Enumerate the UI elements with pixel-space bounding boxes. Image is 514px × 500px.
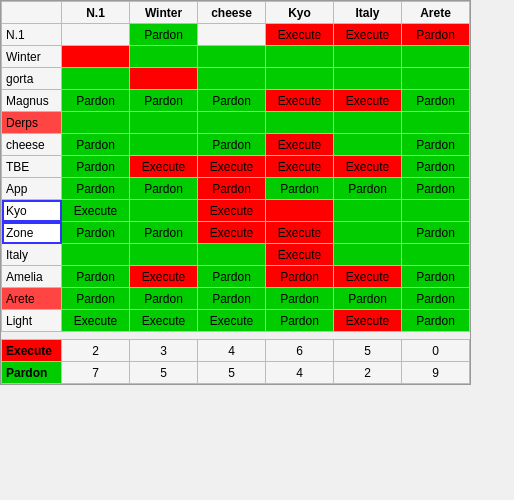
- table-cell: Pardon: [198, 266, 266, 288]
- table-row: MagnusPardonPardonPardonExecuteExecutePa…: [2, 90, 470, 112]
- pardon-summary-cell: 9: [402, 362, 470, 384]
- header-kyo: Kyo: [266, 2, 334, 24]
- table-cell: [130, 112, 198, 134]
- table-row: KyoExecuteExecute: [2, 200, 470, 222]
- table-cell: [266, 68, 334, 90]
- execute-summary-label: Execute: [2, 340, 62, 362]
- execute-summary-cell: 5: [334, 340, 402, 362]
- table-row: N.1PardonExecuteExecutePardon: [2, 24, 470, 46]
- table-cell: Execute: [198, 222, 266, 244]
- table-row: gorta: [2, 68, 470, 90]
- table-cell: Pardon: [62, 90, 130, 112]
- table-cell: Pardon: [334, 288, 402, 310]
- header-row: N.1 Winter cheese Kyo Italy Arete: [2, 2, 470, 24]
- table-cell: Execute: [334, 90, 402, 112]
- table-cell: [334, 222, 402, 244]
- table-cell: Pardon: [130, 90, 198, 112]
- execute-summary-cell: 0: [402, 340, 470, 362]
- pardon-summary-cell: 7: [62, 362, 130, 384]
- table-cell: Pardon: [266, 266, 334, 288]
- table-cell: Pardon: [130, 222, 198, 244]
- table-body: N.1PardonExecuteExecutePardonWintergorta…: [2, 24, 470, 384]
- table-cell: Pardon: [198, 134, 266, 156]
- table-cell: Pardon: [62, 266, 130, 288]
- table-cell: Pardon: [62, 222, 130, 244]
- table-row: AmeliaPardonExecutePardonPardonExecutePa…: [2, 266, 470, 288]
- table-cell: Pardon: [402, 266, 470, 288]
- row-label: N.1: [2, 24, 62, 46]
- table-cell: [62, 68, 130, 90]
- table-cell: Execute: [266, 134, 334, 156]
- table-cell: Execute: [62, 310, 130, 332]
- table-cell: Pardon: [62, 178, 130, 200]
- table-cell: Pardon: [62, 134, 130, 156]
- pardon-summary-label: Pardon: [2, 362, 62, 384]
- table-cell: Execute: [266, 244, 334, 266]
- header-n1: N.1: [62, 2, 130, 24]
- table-row: ItalyExecute: [2, 244, 470, 266]
- row-label: Zone: [2, 222, 62, 244]
- table-cell: [62, 24, 130, 46]
- summary-gap-row: [2, 332, 470, 340]
- pardon-summary-cell: 5: [198, 362, 266, 384]
- table-cell: Execute: [334, 310, 402, 332]
- table-cell: Pardon: [266, 288, 334, 310]
- header-winter: Winter: [130, 2, 198, 24]
- table-cell: [130, 68, 198, 90]
- table-cell: [402, 244, 470, 266]
- table-cell: Execute: [334, 156, 402, 178]
- table-row: TBEPardonExecuteExecuteExecuteExecutePar…: [2, 156, 470, 178]
- table-cell: [198, 24, 266, 46]
- table-cell: Pardon: [402, 90, 470, 112]
- pardon-summary-row: Pardon755429: [2, 362, 470, 384]
- table-row: Derps: [2, 112, 470, 134]
- table-cell: Execute: [334, 24, 402, 46]
- table-cell: Pardon: [62, 156, 130, 178]
- table-cell: [198, 112, 266, 134]
- table-cell: [130, 244, 198, 266]
- table-cell: [402, 200, 470, 222]
- table-cell: Pardon: [130, 178, 198, 200]
- table-row: ZonePardonPardonExecuteExecutePardon: [2, 222, 470, 244]
- execute-summary-row: Execute234650: [2, 340, 470, 362]
- row-label: cheese: [2, 134, 62, 156]
- row-label: Magnus: [2, 90, 62, 112]
- vote-table: N.1 Winter cheese Kyo Italy Arete N.1Par…: [1, 1, 470, 384]
- table-cell: Execute: [198, 310, 266, 332]
- pardon-summary-cell: 4: [266, 362, 334, 384]
- row-label: TBE: [2, 156, 62, 178]
- table-cell: [266, 112, 334, 134]
- table-cell: [62, 112, 130, 134]
- table-cell: Pardon: [198, 288, 266, 310]
- table-cell: [198, 46, 266, 68]
- table-cell: [402, 46, 470, 68]
- table-cell: Execute: [266, 222, 334, 244]
- row-label: Winter: [2, 46, 62, 68]
- table-row: AretePardonPardonPardonPardonPardonPardo…: [2, 288, 470, 310]
- row-label: Italy: [2, 244, 62, 266]
- table-cell: Pardon: [130, 24, 198, 46]
- table-cell: Execute: [198, 200, 266, 222]
- row-label: Arete: [2, 288, 62, 310]
- table-cell: [266, 200, 334, 222]
- execute-summary-cell: 2: [62, 340, 130, 362]
- table-cell: Pardon: [402, 222, 470, 244]
- table-row: cheesePardonPardonExecutePardon: [2, 134, 470, 156]
- execute-summary-cell: 4: [198, 340, 266, 362]
- table-cell: Pardon: [266, 178, 334, 200]
- table-cell: Pardon: [62, 288, 130, 310]
- table-cell: [402, 68, 470, 90]
- table-cell: Pardon: [198, 90, 266, 112]
- table-cell: [198, 244, 266, 266]
- table-row: AppPardonPardonPardonPardonPardonPardon: [2, 178, 470, 200]
- table-cell: Pardon: [402, 288, 470, 310]
- table-cell: [334, 244, 402, 266]
- table-cell: [198, 68, 266, 90]
- execute-summary-cell: 6: [266, 340, 334, 362]
- table-cell: Pardon: [198, 178, 266, 200]
- table-cell: Pardon: [334, 178, 402, 200]
- table-cell: [62, 244, 130, 266]
- table-cell: [334, 112, 402, 134]
- table-cell: Execute: [334, 266, 402, 288]
- pardon-summary-cell: 5: [130, 362, 198, 384]
